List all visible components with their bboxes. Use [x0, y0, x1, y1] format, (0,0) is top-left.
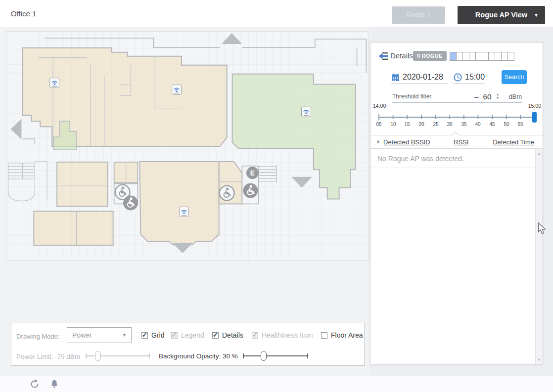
time-value[interactable]: 15:00: [465, 73, 485, 82]
progress-segment: [450, 52, 457, 60]
progress-segment: [476, 52, 482, 60]
date-field[interactable]: 2020-01-28: [391, 71, 448, 84]
rogue-ap-list: No Rogue AP was detected.: [370, 149, 535, 364]
background-opacity-label: Background Opacity: 30 %: [159, 352, 238, 360]
timeline-tick-labels: 05 10 15 20 25 30 35 40 45 50 55: [370, 122, 543, 129]
checkbox-box[interactable]: [141, 332, 148, 339]
ap-icon: [302, 107, 311, 117]
checkbox-box[interactable]: [171, 332, 178, 339]
panel-scrollbar[interactable]: ▲ ▼: [535, 149, 543, 364]
map-canvas-area: E: [0, 27, 370, 376]
ap-icon: [180, 207, 189, 217]
rogue-table-header: ∧ Detected BSSID RSSI Detected Time: [370, 135, 543, 149]
threshold-spinner[interactable]: ▲ ▼: [494, 93, 501, 100]
slider-track[interactable]: [243, 355, 308, 356]
drawing-controls-box: Drawing Mode: Power ▼ Grid Legend Detail…: [11, 323, 365, 366]
column-detected-bssid[interactable]: Detected BSSID: [383, 138, 430, 146]
sort-caret-icon: ∧: [376, 139, 380, 144]
threshold-value-input[interactable]: 60: [483, 92, 492, 101]
ap-icon: [50, 78, 59, 88]
threshold-unit: dBm: [508, 93, 522, 100]
drawing-mode-select[interactable]: Power ▼: [67, 327, 132, 343]
collapse-panel-icon[interactable]: [378, 52, 389, 60]
slider-end-tick: [149, 353, 150, 358]
progress-segment: [457, 52, 463, 60]
svg-text:E: E: [250, 169, 255, 177]
progress-segment: [495, 52, 502, 60]
date-value[interactable]: 2020-01-28: [403, 73, 443, 82]
drawing-mode-value: Power: [72, 331, 92, 339]
wheelchair-icon-filled: [123, 196, 138, 211]
slider-end-tick: [307, 353, 308, 358]
checkbox-floor-area[interactable]: Floor Area: [321, 331, 363, 339]
elevator-icon: E: [246, 167, 259, 179]
room-b: [34, 211, 113, 245]
checkbox-label: Floor Area: [331, 331, 363, 339]
rogue-progress-bar: [450, 52, 514, 61]
checkbox-grid[interactable]: Grid: [141, 331, 164, 339]
floor-plan-map[interactable]: E: [6, 32, 368, 260]
spinner-down-icon[interactable]: ▼: [494, 96, 501, 100]
header-notch: [452, 131, 459, 138]
clock-icon: [454, 73, 462, 82]
checkbox-box[interactable]: [321, 332, 327, 339]
checkbox-label: Legend: [181, 331, 204, 339]
room-a: [57, 162, 108, 207]
scroll-down-icon[interactable]: ▼: [536, 358, 543, 361]
rogue-count-badge: 0 ROGUE: [413, 51, 447, 61]
checkbox-details[interactable]: Details: [212, 331, 243, 339]
threshold-label: Threshold filter: [392, 93, 474, 100]
checkbox-legend[interactable]: Legend: [171, 331, 204, 339]
progress-segment: [469, 52, 476, 60]
floor-plan-container[interactable]: E: [6, 31, 369, 261]
checkbox-box[interactable]: [212, 332, 219, 339]
spinner-up-icon[interactable]: ▲: [494, 93, 501, 96]
progress-segment: [502, 52, 508, 60]
threshold-filter-row: Threshold filter – 60 ▲ ▼ dBm: [392, 90, 522, 103]
wheelchair-icon-filled: [243, 183, 258, 198]
caret-down-icon: ▼: [534, 6, 539, 24]
drawing-mode-label: Drawing Mode:: [16, 333, 59, 340]
search-button[interactable]: Search: [502, 70, 527, 84]
power-limit-slider[interactable]: [86, 351, 150, 361]
threshold-minus-sign: –: [474, 92, 478, 101]
checkbox-label: Details: [222, 331, 243, 339]
progress-segment: [463, 52, 469, 60]
radio-1-button[interactable]: Radio 1: [392, 6, 445, 24]
timeline-end-label: 15:00: [528, 103, 541, 109]
rogue-ap-details-panel: Details 0 ROGUE 2020-01-28 15:00 Search …: [370, 42, 543, 364]
slider-handle[interactable]: [261, 351, 267, 361]
checkbox-label: Grid: [151, 331, 164, 339]
background-opacity-slider[interactable]: [243, 351, 308, 361]
column-rssi[interactable]: RSSI: [454, 138, 468, 146]
top-bar: Office 1 Radio 1 Rogue AP View ▼: [0, 0, 553, 27]
view-mode-dropdown[interactable]: Rogue AP View ▼: [458, 6, 545, 24]
room-middle-hall: [139, 162, 219, 245]
bell-icon[interactable]: [49, 379, 60, 390]
panel-title: Details: [390, 51, 413, 60]
calendar-icon: [391, 73, 400, 82]
timeline-slider-handle[interactable]: [532, 112, 537, 123]
refresh-icon[interactable]: [29, 379, 40, 390]
footer-bar: [0, 376, 553, 392]
power-limit-label: Power Limit: -75 dBm: [16, 353, 80, 360]
view-mode-label: Rogue AP View: [475, 11, 527, 19]
time-field[interactable]: 15:00: [454, 71, 485, 84]
slider-handle[interactable]: [95, 351, 101, 361]
checkbox-healthiness-icon[interactable]: Healthiness Icon: [252, 331, 313, 339]
column-detected-time[interactable]: Detected Time: [493, 138, 534, 146]
checkbox-box[interactable]: [252, 332, 258, 339]
empty-list-message: No Rogue AP was detected.: [370, 149, 535, 168]
ap-icon: [172, 85, 182, 95]
timeline-start-label: 14:00: [373, 103, 386, 109]
caret-down-icon: ▼: [122, 328, 127, 343]
checkbox-label: Healthiness Icon: [262, 331, 313, 339]
scroll-up-icon[interactable]: ▲: [536, 152, 543, 155]
progress-segment: [489, 52, 495, 60]
floor-title: Office 1: [11, 0, 36, 27]
wheelchair-icon: [220, 186, 234, 201]
progress-segment: [482, 52, 489, 60]
progress-segment: [508, 52, 514, 60]
